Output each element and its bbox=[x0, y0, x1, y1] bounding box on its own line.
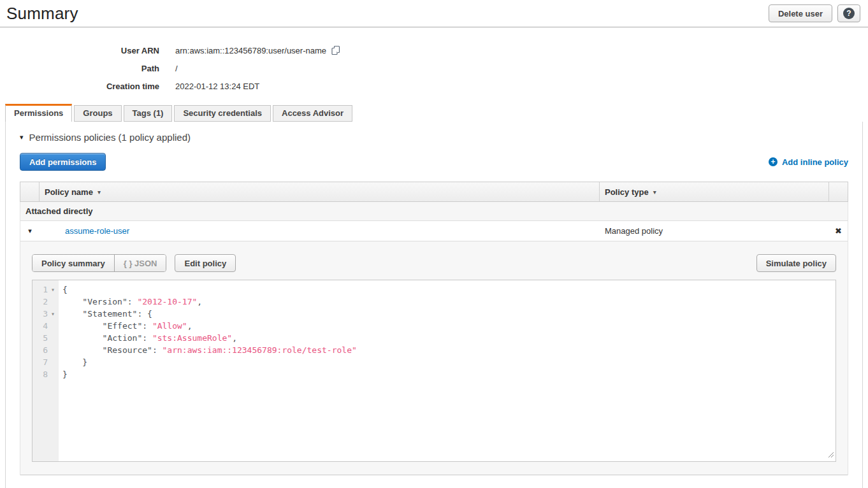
policy-name-link[interactable]: assume-role-user bbox=[65, 226, 129, 236]
policy-view-toggle: Policy summary { } JSON bbox=[32, 254, 166, 272]
page-header: Summary Delete user ? bbox=[0, 0, 868, 27]
policy-detail-expanded-area: Policy summary { } JSON Edit policy Simu… bbox=[20, 241, 848, 475]
editor-line-number-gutter: 1▾ 2 3▾ 4 5 6 7 8 bbox=[33, 280, 59, 461]
plus-circle-icon: + bbox=[769, 157, 778, 166]
question-mark-icon: ? bbox=[843, 8, 855, 19]
code-line: "Resource": "arn:aws:iam::123456789:role… bbox=[62, 344, 835, 356]
policy-actions-row: Add permissions + Add inline policy bbox=[20, 153, 848, 171]
row-expand-caret[interactable]: ▾ bbox=[20, 227, 40, 234]
line-number: 5 bbox=[33, 332, 48, 344]
user-details: User ARN arn:aws:iam::123456789:user/use… bbox=[0, 41, 868, 95]
page-title: Summary bbox=[6, 4, 78, 24]
line-number: 3 bbox=[33, 308, 48, 320]
code-line: "Effect": "Allow", bbox=[62, 320, 835, 332]
code-line: "Statement": { bbox=[62, 308, 835, 320]
json-policy-editor[interactable]: 1▾ 2 3▾ 4 5 6 7 8 { "Version": "2012-10-… bbox=[32, 280, 836, 462]
detail-row-path: Path / bbox=[0, 59, 868, 77]
code-line: { bbox=[62, 283, 835, 296]
tab-tags[interactable]: Tags (1) bbox=[124, 105, 173, 122]
simulate-policy-button[interactable]: Simulate policy bbox=[756, 254, 836, 272]
group-header-attached-directly: Attached directly bbox=[20, 202, 848, 221]
policy-type-cell: Managed policy bbox=[600, 226, 829, 236]
header-actions: Delete user ? bbox=[769, 4, 860, 22]
add-inline-policy-label: Add inline policy bbox=[782, 157, 848, 167]
line-number: 6 bbox=[33, 344, 48, 356]
user-arn-label: User ARN bbox=[0, 46, 159, 55]
json-view-button[interactable]: { } JSON bbox=[114, 255, 166, 271]
creation-time-value: 2022-01-12 13:24 EDT bbox=[159, 82, 259, 91]
table-header-row: Policy name ▾ Policy type ▾ bbox=[20, 182, 848, 202]
line-number: 7 bbox=[33, 356, 48, 368]
sort-caret-icon: ▾ bbox=[98, 189, 101, 196]
policy-detail-buttons: Policy summary { } JSON Edit policy Simu… bbox=[32, 254, 836, 272]
code-line: "Action": "sts:AssumeRole", bbox=[62, 332, 835, 344]
copy-icon[interactable] bbox=[331, 45, 341, 57]
line-number: 8 bbox=[33, 368, 48, 380]
edit-policy-button[interactable]: Edit policy bbox=[175, 254, 236, 272]
tab-groups[interactable]: Groups bbox=[74, 105, 121, 122]
policy-type-column-header[interactable]: Policy type ▾ bbox=[600, 182, 829, 201]
policy-name-column-header[interactable]: Policy name ▾ bbox=[40, 182, 600, 201]
sort-caret-icon: ▾ bbox=[653, 189, 656, 196]
help-button[interactable]: ? bbox=[837, 4, 860, 22]
line-number: 2 bbox=[33, 296, 48, 308]
tab-access-advisor[interactable]: Access Advisor bbox=[273, 105, 352, 122]
path-label: Path bbox=[0, 64, 159, 73]
tab-bar: Permissions Groups Tags (1) Security cre… bbox=[5, 104, 868, 122]
expand-column-header bbox=[20, 182, 40, 201]
path-value: / bbox=[159, 64, 178, 73]
add-inline-policy-link[interactable]: + Add inline policy bbox=[769, 157, 848, 167]
detail-row-creation-time: Creation time 2022-01-12 13:24 EDT bbox=[0, 77, 868, 95]
policy-summary-button[interactable]: Policy summary bbox=[33, 255, 114, 271]
attached-policies-table: Policy name ▾ Policy type ▾ Attached dir… bbox=[20, 182, 848, 475]
table-row-assume-role-user: ▾ assume-role-user Managed policy ✖ bbox=[20, 221, 848, 241]
user-arn-value: arn:aws:iam::123456789:user/user-name bbox=[175, 46, 326, 55]
code-line: "Version": "2012-10-17", bbox=[62, 296, 835, 308]
creation-time-label: Creation time bbox=[0, 82, 159, 91]
permissions-policies-section-toggle[interactable]: ▾ Permissions policies (1 policy applied… bbox=[6, 122, 862, 143]
tab-security-credentials[interactable]: Security credentials bbox=[174, 105, 271, 122]
delete-user-button[interactable]: Delete user bbox=[769, 4, 832, 22]
line-number: 1 bbox=[33, 283, 48, 296]
code-fold-icon[interactable]: ▾ bbox=[48, 283, 58, 296]
code-line: } bbox=[62, 356, 835, 368]
code-fold-icon[interactable]: ▾ bbox=[48, 308, 58, 320]
editor-resize-handle[interactable] bbox=[827, 450, 834, 460]
detail-row-user-arn: User ARN arn:aws:iam::123456789:user/use… bbox=[0, 41, 868, 59]
line-number: 4 bbox=[33, 320, 48, 332]
chevron-down-icon: ▾ bbox=[20, 134, 24, 141]
section-title: Permissions policies (1 policy applied) bbox=[29, 132, 191, 143]
code-line: } bbox=[62, 368, 835, 380]
editor-code-area[interactable]: { "Version": "2012-10-17", "Statement": … bbox=[59, 280, 835, 461]
tab-permissions[interactable]: Permissions bbox=[5, 104, 72, 122]
permissions-tab-panel: ▾ Permissions policies (1 policy applied… bbox=[5, 122, 863, 488]
add-permissions-button[interactable]: Add permissions bbox=[20, 153, 106, 171]
detach-policy-x-icon[interactable]: ✖ bbox=[829, 226, 848, 236]
action-column-header bbox=[829, 182, 848, 201]
